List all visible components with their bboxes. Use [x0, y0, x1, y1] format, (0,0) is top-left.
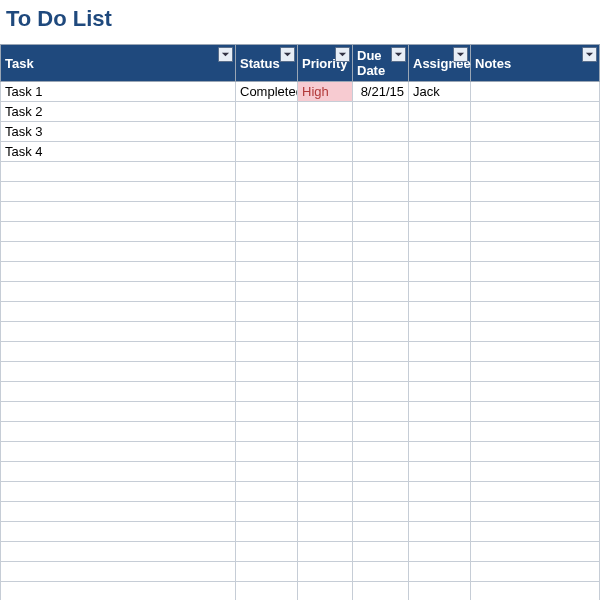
cell-assignee[interactable]: [409, 382, 471, 402]
cell-assignee[interactable]: [409, 282, 471, 302]
cell-assignee[interactable]: [409, 102, 471, 122]
cell-notes[interactable]: [471, 142, 600, 162]
cell-priority[interactable]: [298, 442, 353, 462]
cell-priority[interactable]: [298, 562, 353, 582]
cell-assignee[interactable]: [409, 322, 471, 342]
cell-assignee[interactable]: [409, 482, 471, 502]
cell-priority[interactable]: [298, 342, 353, 362]
cell-status[interactable]: [236, 242, 298, 262]
cell-assignee[interactable]: [409, 202, 471, 222]
cell-priority[interactable]: [298, 402, 353, 422]
cell-task[interactable]: [1, 542, 236, 562]
cell-due-date[interactable]: [353, 282, 409, 302]
cell-status[interactable]: [236, 542, 298, 562]
cell-status[interactable]: [236, 482, 298, 502]
cell-due-date[interactable]: [353, 182, 409, 202]
cell-due-date[interactable]: [353, 262, 409, 282]
cell-notes[interactable]: [471, 282, 600, 302]
cell-assignee[interactable]: [409, 242, 471, 262]
cell-task[interactable]: [1, 322, 236, 342]
cell-status[interactable]: Completed: [236, 82, 298, 102]
cell-due-date[interactable]: [353, 562, 409, 582]
filter-dropdown-icon[interactable]: [280, 47, 295, 62]
col-header-notes[interactable]: Notes: [471, 45, 600, 82]
cell-assignee[interactable]: [409, 122, 471, 142]
cell-due-date[interactable]: [353, 362, 409, 382]
cell-notes[interactable]: [471, 302, 600, 322]
cell-assignee[interactable]: [409, 582, 471, 601]
cell-notes[interactable]: [471, 262, 600, 282]
cell-priority[interactable]: [298, 522, 353, 542]
cell-assignee[interactable]: [409, 342, 471, 362]
cell-due-date[interactable]: [353, 462, 409, 482]
cell-due-date[interactable]: [353, 102, 409, 122]
cell-task[interactable]: [1, 502, 236, 522]
filter-dropdown-icon[interactable]: [453, 47, 468, 62]
cell-due-date[interactable]: [353, 522, 409, 542]
cell-priority[interactable]: [298, 162, 353, 182]
cell-priority[interactable]: [298, 202, 353, 222]
cell-task[interactable]: [1, 582, 236, 601]
cell-notes[interactable]: [471, 202, 600, 222]
cell-priority[interactable]: [298, 482, 353, 502]
cell-assignee[interactable]: [409, 422, 471, 442]
cell-status[interactable]: [236, 422, 298, 442]
cell-assignee[interactable]: [409, 442, 471, 462]
filter-dropdown-icon[interactable]: [582, 47, 597, 62]
cell-due-date[interactable]: [353, 482, 409, 502]
cell-status[interactable]: [236, 562, 298, 582]
cell-assignee[interactable]: [409, 462, 471, 482]
cell-task[interactable]: [1, 402, 236, 422]
cell-task[interactable]: [1, 162, 236, 182]
cell-notes[interactable]: [471, 162, 600, 182]
cell-priority[interactable]: High: [298, 82, 353, 102]
cell-task[interactable]: [1, 362, 236, 382]
cell-task[interactable]: Task 1: [1, 82, 236, 102]
cell-status[interactable]: [236, 262, 298, 282]
cell-status[interactable]: [236, 162, 298, 182]
cell-task[interactable]: [1, 342, 236, 362]
cell-priority[interactable]: [298, 242, 353, 262]
cell-due-date[interactable]: [353, 582, 409, 601]
cell-due-date[interactable]: [353, 422, 409, 442]
cell-due-date[interactable]: [353, 342, 409, 362]
cell-task[interactable]: [1, 562, 236, 582]
cell-status[interactable]: [236, 402, 298, 422]
cell-priority[interactable]: [298, 322, 353, 342]
cell-task[interactable]: [1, 382, 236, 402]
cell-priority[interactable]: [298, 462, 353, 482]
cell-task[interactable]: [1, 182, 236, 202]
cell-status[interactable]: [236, 462, 298, 482]
cell-notes[interactable]: [471, 182, 600, 202]
cell-notes[interactable]: [471, 522, 600, 542]
cell-due-date[interactable]: [353, 402, 409, 422]
cell-priority[interactable]: [298, 382, 353, 402]
cell-assignee[interactable]: [409, 182, 471, 202]
cell-assignee[interactable]: [409, 222, 471, 242]
cell-assignee[interactable]: Jack: [409, 82, 471, 102]
cell-assignee[interactable]: [409, 302, 471, 322]
cell-priority[interactable]: [298, 302, 353, 322]
cell-task[interactable]: [1, 242, 236, 262]
cell-due-date[interactable]: [353, 122, 409, 142]
cell-notes[interactable]: [471, 582, 600, 601]
col-header-status[interactable]: Status: [236, 45, 298, 82]
cell-assignee[interactable]: [409, 542, 471, 562]
cell-status[interactable]: [236, 362, 298, 382]
cell-priority[interactable]: [298, 182, 353, 202]
cell-task[interactable]: [1, 482, 236, 502]
cell-assignee[interactable]: [409, 502, 471, 522]
cell-priority[interactable]: [298, 282, 353, 302]
cell-priority[interactable]: [298, 422, 353, 442]
cell-priority[interactable]: [298, 362, 353, 382]
cell-notes[interactable]: [471, 502, 600, 522]
cell-notes[interactable]: [471, 482, 600, 502]
cell-due-date[interactable]: [353, 242, 409, 262]
cell-assignee[interactable]: [409, 522, 471, 542]
cell-task[interactable]: Task 4: [1, 142, 236, 162]
cell-notes[interactable]: [471, 82, 600, 102]
cell-notes[interactable]: [471, 122, 600, 142]
cell-status[interactable]: [236, 202, 298, 222]
cell-notes[interactable]: [471, 322, 600, 342]
cell-priority[interactable]: [298, 542, 353, 562]
